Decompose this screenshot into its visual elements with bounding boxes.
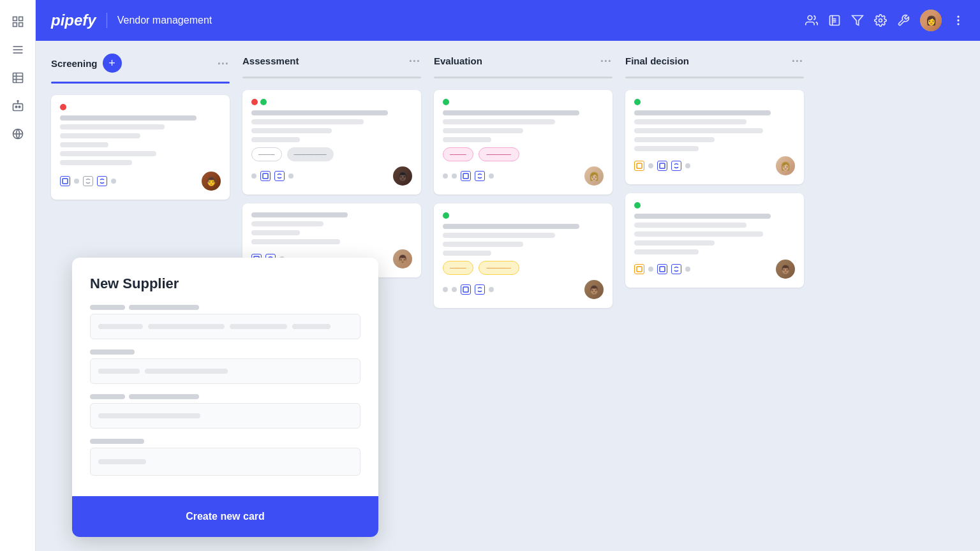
priority-dot-green bbox=[443, 99, 449, 105]
card-skel bbox=[60, 142, 108, 147]
card-final-2[interactable]: 👨🏽 bbox=[625, 193, 804, 288]
card-refresh-icon[interactable] bbox=[475, 284, 485, 295]
settings-icon[interactable] bbox=[874, 14, 887, 27]
svg-point-20 bbox=[808, 16, 812, 20]
column-add-button-screening[interactable]: + bbox=[103, 54, 122, 73]
card-assignee-avatar: 👨 bbox=[202, 172, 221, 191]
card-skel bbox=[60, 124, 165, 129]
svg-rect-3 bbox=[19, 23, 22, 27]
more-icon[interactable] bbox=[952, 14, 965, 27]
card-sync-icon[interactable] bbox=[83, 176, 93, 186]
sidebar-icon-bot[interactable] bbox=[6, 94, 29, 117]
svg-rect-7 bbox=[13, 73, 22, 83]
column-bar-final bbox=[625, 77, 804, 78]
create-new-card-button[interactable]: Create new card bbox=[186, 511, 265, 522]
wrench-icon[interactable] bbox=[897, 14, 910, 27]
card-badges: ──── ──────── bbox=[251, 147, 412, 161]
card-assignee-avatar: 👩🏼 bbox=[776, 156, 795, 175]
card-action-icon[interactable] bbox=[461, 171, 471, 181]
card-action-icon[interactable] bbox=[260, 171, 271, 181]
card-footer: 👨🏿 bbox=[251, 166, 412, 186]
card-refresh-icon[interactable] bbox=[274, 171, 285, 181]
sidebar-icon-table[interactable] bbox=[6, 66, 29, 89]
card-skel bbox=[634, 137, 715, 142]
card-skel bbox=[251, 230, 300, 235]
input-content bbox=[98, 459, 146, 464]
column-more-final[interactable]: ⋯ bbox=[791, 54, 804, 68]
card-skel bbox=[634, 249, 699, 254]
card-sync-icon[interactable] bbox=[657, 161, 667, 171]
sidebar-icon-grid[interactable] bbox=[6, 10, 29, 33]
input-skel bbox=[98, 413, 200, 418]
sidebar-icon-list[interactable] bbox=[6, 38, 29, 61]
svg-marker-22 bbox=[852, 16, 863, 26]
column-more-screening[interactable]: ⋯ bbox=[217, 56, 230, 70]
form-label-1 bbox=[90, 305, 360, 310]
create-card-footer[interactable]: Create new card bbox=[72, 496, 378, 537]
column-more-assessment[interactable]: ⋯ bbox=[408, 54, 421, 68]
column-evaluation: Evaluation ⋯ ──── ────── bbox=[434, 54, 612, 538]
priority-dot-green bbox=[634, 99, 641, 105]
card-skel bbox=[443, 251, 491, 256]
form-input-4[interactable] bbox=[90, 448, 360, 476]
kanban-board: Screening + ⋯ bbox=[36, 41, 980, 551]
card-dot bbox=[452, 287, 457, 292]
card-assignee-avatar: 👨🏿 bbox=[393, 166, 412, 186]
column-header-evaluation: Evaluation ⋯ bbox=[434, 54, 612, 68]
card-evaluation-1[interactable]: ──── ────── 👩🏼 bbox=[434, 90, 612, 195]
form-group-3 bbox=[90, 394, 360, 429]
card-final-1[interactable]: 👩🏼 bbox=[625, 90, 804, 184]
card-screening-1[interactable]: 👨 bbox=[51, 95, 230, 200]
card-action-icon[interactable] bbox=[634, 264, 644, 274]
card-evaluation-2[interactable]: ──── ────── 👨🏽 bbox=[434, 203, 612, 308]
card-action-icon[interactable] bbox=[634, 161, 644, 171]
card-refresh-icon[interactable] bbox=[671, 264, 681, 274]
card-dot bbox=[443, 287, 448, 292]
card-icons bbox=[634, 161, 690, 171]
card-skel bbox=[443, 119, 555, 124]
card-icons bbox=[60, 176, 116, 186]
svg-rect-11 bbox=[13, 104, 22, 111]
card-dot bbox=[648, 163, 653, 168]
priority-dot-red bbox=[60, 104, 66, 110]
column-more-evaluation[interactable]: ⋯ bbox=[600, 54, 612, 68]
card-dots bbox=[251, 99, 412, 105]
card-skel bbox=[443, 128, 523, 133]
card-status-dot bbox=[74, 179, 79, 184]
sidebar-icon-globe[interactable] bbox=[6, 122, 29, 145]
form-group-1 bbox=[90, 305, 360, 339]
pipefy-logo: pipefy bbox=[51, 11, 96, 29]
label-skel bbox=[90, 305, 125, 310]
import-icon[interactable] bbox=[828, 14, 841, 27]
user-avatar[interactable]: 👩 bbox=[920, 10, 942, 31]
card-skel bbox=[251, 137, 300, 142]
card-skel bbox=[634, 214, 771, 219]
svg-rect-35 bbox=[660, 267, 665, 272]
form-label-4 bbox=[90, 439, 360, 444]
card-refresh-icon[interactable] bbox=[97, 176, 107, 186]
card-dots bbox=[634, 99, 795, 105]
form-input-3[interactable] bbox=[90, 403, 360, 429]
form-input-1[interactable] bbox=[90, 314, 360, 339]
form-input-2[interactable] bbox=[90, 358, 360, 384]
card-icons bbox=[251, 171, 293, 181]
filter-icon[interactable] bbox=[851, 14, 864, 27]
card-action-icon[interactable] bbox=[60, 176, 70, 186]
input-content bbox=[98, 369, 228, 374]
svg-rect-33 bbox=[660, 163, 665, 168]
card-refresh-icon[interactable] bbox=[671, 161, 681, 171]
card-skel bbox=[443, 233, 555, 238]
svg-point-12 bbox=[15, 106, 17, 108]
card-action-icon[interactable] bbox=[461, 284, 471, 295]
input-content bbox=[98, 413, 200, 418]
header-right: 👩 bbox=[805, 10, 965, 31]
card-assessment-1[interactable]: ──── ──────── 👨🏿 bbox=[242, 90, 421, 195]
card-skel bbox=[251, 119, 364, 124]
input-skel bbox=[292, 324, 330, 329]
card-sync-icon[interactable] bbox=[657, 264, 667, 274]
card-dot bbox=[489, 287, 494, 292]
column-title-final: Final decision bbox=[625, 55, 689, 66]
form-label-3 bbox=[90, 394, 360, 399]
users-icon[interactable] bbox=[805, 14, 818, 27]
card-refresh-icon[interactable] bbox=[475, 171, 485, 181]
